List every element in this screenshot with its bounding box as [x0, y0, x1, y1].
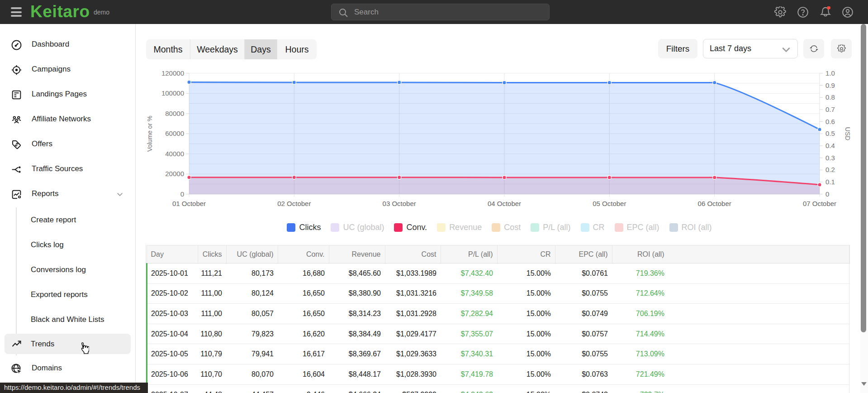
svg-text:0.5: 0.5: [825, 129, 835, 137]
svg-text:Volume or %: Volume or %: [146, 116, 153, 152]
svg-text:0.6: 0.6: [825, 118, 835, 125]
svg-text:0: 0: [180, 190, 184, 198]
svg-text:0.4: 0.4: [825, 142, 835, 149]
svg-text:05 October: 05 October: [593, 200, 626, 207]
svg-text:0.3: 0.3: [825, 154, 835, 162]
svg-text:0.8: 0.8: [825, 93, 835, 101]
svg-text:02 October: 02 October: [277, 200, 311, 207]
svg-text:06 October: 06 October: [698, 200, 731, 207]
svg-text:0.9: 0.9: [825, 81, 835, 89]
svg-text:1.0: 1.0: [825, 69, 835, 77]
svg-text:80000: 80000: [165, 110, 184, 117]
svg-text:60000: 60000: [165, 129, 184, 137]
svg-text:03 October: 03 October: [383, 200, 416, 207]
svg-text:07 October: 07 October: [803, 200, 836, 207]
svg-text:01 October: 01 October: [172, 200, 206, 207]
svg-text:40000: 40000: [165, 150, 184, 158]
svg-text:100000: 100000: [161, 89, 184, 97]
svg-text:0: 0: [825, 190, 829, 198]
svg-text:USD: USD: [844, 127, 851, 141]
svg-text:0.2: 0.2: [825, 166, 835, 173]
svg-text:120000: 120000: [161, 69, 184, 77]
svg-text:0.7: 0.7: [825, 105, 835, 113]
svg-text:20000: 20000: [165, 170, 184, 177]
svg-text:0.1: 0.1: [825, 178, 835, 186]
svg-text:04 October: 04 October: [488, 200, 521, 207]
